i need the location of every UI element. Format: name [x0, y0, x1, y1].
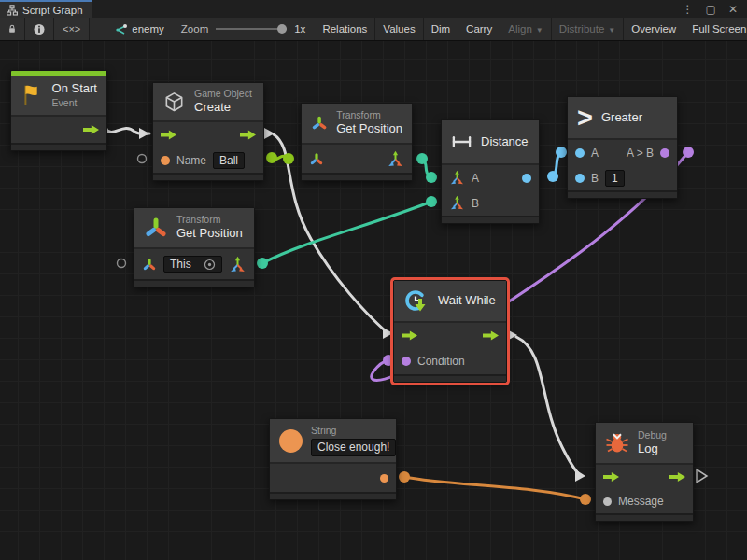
node-header: Transform Get Position	[302, 104, 412, 145]
game-object-cube-icon	[162, 91, 186, 114]
string-output-port[interactable]	[380, 474, 388, 483]
maximize-icon[interactable]: ▢	[706, 4, 716, 15]
values-button[interactable]: Values	[375, 18, 423, 40]
port-row: Condition	[394, 348, 506, 374]
node-title: String	[311, 425, 396, 437]
node-title: Get Position	[176, 226, 243, 241]
position-output-port[interactable]	[387, 150, 404, 168]
carry-button[interactable]: Carry	[458, 18, 500, 40]
flow-row	[596, 465, 693, 489]
port-dot	[556, 147, 567, 158]
string-value-field[interactable]: Close enough!	[311, 439, 396, 456]
vector-input-port-b[interactable]	[449, 195, 465, 211]
lock-button[interactable]	[0, 18, 25, 40]
flow-output-port[interactable]	[483, 330, 499, 342]
node-footer	[302, 173, 412, 180]
input-port-b[interactable]	[575, 174, 585, 183]
flow-input-port[interactable]	[603, 471, 619, 483]
close-icon[interactable]: ✕	[728, 4, 738, 15]
graph-hierarchy-icon	[7, 5, 18, 16]
port-dot	[266, 152, 277, 163]
flow-output-port[interactable]	[669, 471, 685, 483]
chevron-down-icon: ▼	[608, 26, 615, 35]
flow-arrowhead	[383, 328, 393, 339]
zoom-value: 1x	[294, 23, 305, 35]
code-view-icon: <×>	[63, 23, 80, 35]
wire-string-to-message[interactable]	[404, 477, 585, 499]
node-create[interactable]: Game Object Create Name Ball	[152, 82, 264, 181]
flow-output-port[interactable]	[83, 124, 99, 135]
flow-input-port[interactable]	[161, 130, 176, 141]
node-footer	[270, 492, 396, 499]
chevron-down-icon: ▼	[536, 26, 543, 35]
target-field[interactable]: This	[163, 256, 222, 273]
name-field[interactable]: Ball	[213, 152, 245, 169]
port-label: B	[591, 172, 599, 185]
node-category: Transform	[336, 109, 402, 121]
overview-button[interactable]: Overview	[624, 18, 684, 40]
node-header: Wait While	[394, 281, 506, 323]
graph-ref-label: enemy	[132, 23, 164, 35]
node-footer	[394, 374, 506, 382]
debug-bug-icon	[605, 431, 629, 455]
bool-output-port[interactable]	[660, 148, 669, 158]
zoom-slider-handle[interactable]	[277, 24, 287, 34]
node-footer	[568, 190, 677, 198]
node-title: Create	[194, 100, 252, 115]
port-dot	[283, 153, 294, 164]
node-header: Transform Get Position	[134, 208, 254, 249]
node-title: Wait While	[438, 293, 496, 308]
position-output-port[interactable]	[229, 256, 247, 273]
input-port-a[interactable]	[575, 148, 585, 158]
b-value-field[interactable]: 1	[605, 170, 625, 187]
graph-breadcrumb[interactable]: enemy	[106, 18, 172, 40]
node-distance[interactable]: Distance A	[441, 119, 540, 224]
transform-input-port[interactable]	[309, 152, 324, 166]
code-view-button[interactable]: <×>	[54, 18, 90, 40]
node-footer	[596, 513, 693, 521]
unconnected-port-circle[interactable]	[118, 259, 126, 268]
node-footer	[442, 216, 539, 223]
wire-getposition-b-to-distance-b[interactable]	[262, 202, 431, 263]
node-on-start[interactable]: On Start Event	[10, 70, 107, 151]
node-wait-while[interactable]: Wait While Condition	[393, 280, 507, 383]
node-string[interactable]: String Close enough!	[269, 418, 397, 500]
port-dot	[426, 172, 437, 183]
graph-canvas[interactable]: On Start Event Game Object	[0, 41, 747, 560]
name-input-port[interactable]	[161, 156, 170, 165]
zoom-slider[interactable]	[216, 28, 287, 30]
node-get-position-a[interactable]: Transform Get Position	[301, 103, 413, 181]
node-get-position-b[interactable]: Transform Get Position This	[134, 207, 255, 287]
full-screen-button[interactable]: Full Screen	[684, 18, 747, 40]
zoom-control: Zoom 1x	[172, 18, 316, 40]
node-title: Log	[638, 441, 667, 456]
more-menu-icon[interactable]: ⋮	[683, 4, 694, 15]
node-greater[interactable]: > Greater A A > B B 1	[567, 96, 678, 199]
port-dot	[257, 258, 268, 269]
wire-waitwhile-to-log[interactable]	[516, 337, 579, 474]
port-row: B	[442, 190, 539, 216]
relations-button[interactable]: Relations	[315, 18, 375, 40]
distribute-dropdown[interactable]: Distribute▼	[552, 18, 625, 40]
object-picker-icon[interactable]	[204, 259, 216, 271]
port-row	[11, 117, 106, 143]
unconnected-flow-triangle[interactable]	[697, 469, 707, 483]
node-header: On Start Event	[11, 76, 106, 117]
vector-input-port-a[interactable]	[449, 170, 465, 186]
flow-output-port[interactable]	[240, 130, 256, 141]
align-dropdown[interactable]: Align▼	[500, 18, 552, 40]
condition-input-port[interactable]	[402, 357, 411, 366]
script-graph-asset-icon	[114, 23, 128, 35]
node-debug-log[interactable]: Debug Log Message	[595, 422, 694, 522]
flow-input-port[interactable]	[402, 330, 417, 342]
node-title: On Start	[52, 81, 97, 96]
unconnected-port-circle[interactable]	[138, 155, 147, 163]
info-button[interactable]	[25, 18, 54, 40]
transform-input-port[interactable]	[142, 258, 157, 272]
dim-button[interactable]: Dim	[424, 18, 458, 40]
port-dot	[683, 147, 694, 158]
port-dot	[547, 171, 558, 182]
message-input-port[interactable]	[603, 497, 612, 506]
tab-script-graph[interactable]: Script Graph	[0, 0, 92, 18]
result-output-port[interactable]	[522, 174, 531, 183]
